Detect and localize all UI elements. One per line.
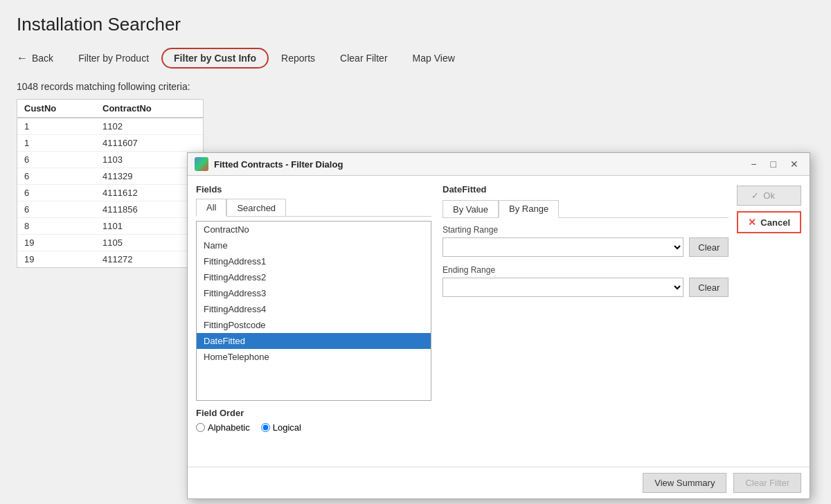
radio-alphabetic-input[interactable] <box>196 423 205 432</box>
ok-label: Ok <box>763 190 775 201</box>
table-row[interactable]: 11102 <box>17 118 203 135</box>
radio-logical-input[interactable] <box>261 423 270 432</box>
list-item[interactable]: HomeTelephone <box>197 349 431 365</box>
dialog-app-icon <box>195 157 208 171</box>
view-summary-button[interactable]: View Summary <box>643 473 726 493</box>
list-item[interactable]: Name <box>197 237 431 253</box>
table-cell: 6 <box>17 168 96 185</box>
starting-range-select[interactable] <box>443 237 683 257</box>
filter-by-product-button[interactable]: Filter by Product <box>66 48 161 68</box>
tab-by-value[interactable]: By Value <box>443 200 499 217</box>
ending-range-label: Ending Range <box>443 265 729 275</box>
table-cell: 6 <box>17 201 96 218</box>
cancel-label: Cancel <box>760 217 790 228</box>
list-item[interactable]: ContractNo <box>197 222 431 237</box>
table-cell: 4111607 <box>96 135 203 152</box>
starting-range-clear-button[interactable]: Clear <box>689 237 729 257</box>
fields-label: Fields <box>196 184 431 195</box>
clear-filter-button[interactable]: Clear Filter <box>328 48 400 68</box>
back-button[interactable]: ← Back <box>17 48 66 69</box>
table-cell: 1 <box>17 118 96 135</box>
table-row[interactable]: 14111607 <box>17 135 203 152</box>
tab-by-range[interactable]: By Range <box>499 200 559 218</box>
tab-all[interactable]: All <box>196 199 226 217</box>
dialog-body: Fields All Searched ContractNoNameFittin… <box>188 176 810 467</box>
table-row[interactable]: 19411272 <box>17 251 203 268</box>
table-cell: 1 <box>17 135 96 152</box>
records-info: 1048 records matching following criteria… <box>17 81 814 92</box>
field-order-radio-group: Alphabetic Logical <box>196 422 431 433</box>
table-row[interactable]: 6411329 <box>17 168 203 185</box>
table-cell: 1102 <box>96 118 203 135</box>
right-panel: DateFitted By Value By Range Starting Ra… <box>443 184 801 458</box>
radio-logical[interactable]: Logical <box>261 422 301 433</box>
field-order-section: Field Order Alphabetic Logical <box>196 408 431 433</box>
ending-range-row: Clear <box>443 278 729 297</box>
table-cell: 19 <box>17 235 96 251</box>
filter-section: DateFitted By Value By Range Starting Ra… <box>443 184 729 305</box>
col-custno: CustNo <box>17 100 96 118</box>
dialog-maximize-button[interactable]: □ <box>767 157 780 171</box>
list-item[interactable]: FittingAddress4 <box>197 301 431 317</box>
range-tabs: By Value By Range <box>443 200 729 218</box>
back-label: Back <box>32 53 53 64</box>
list-item[interactable]: FittingAddress2 <box>197 269 431 285</box>
table-cell: 8 <box>17 218 96 235</box>
starting-range-row: Clear <box>443 237 729 257</box>
map-view-button[interactable]: Map View <box>400 48 467 68</box>
reports-button[interactable]: Reports <box>269 48 328 68</box>
main-area: Installation Searcher ← Back Filter by P… <box>0 0 831 268</box>
list-item[interactable]: FittingPostcode <box>197 317 431 333</box>
left-panel: Fields All Searched ContractNoNameFittin… <box>196 184 431 458</box>
list-item[interactable]: DateFitted <box>197 333 431 349</box>
radio-alphabetic-label: Alphabetic <box>208 422 250 433</box>
radio-alphabetic[interactable]: Alphabetic <box>196 422 250 433</box>
toolbar: ← Back Filter by Product Filter by Cust … <box>17 48 814 69</box>
ending-range-clear-button[interactable]: Clear <box>689 278 729 297</box>
x-icon: ✕ <box>748 217 756 228</box>
dialog-title: Fitted Contracts - Filter Dialog <box>214 159 741 170</box>
col-contractno: ContractNo <box>96 100 203 118</box>
table-cell: 6 <box>17 152 96 168</box>
tab-searched[interactable]: Searched <box>226 199 286 216</box>
action-buttons: ✓ Ok ✕ Cancel <box>737 186 801 233</box>
table-row[interactable]: 64111856 <box>17 201 203 218</box>
ending-range-select[interactable] <box>443 278 683 297</box>
app-title: Installation Searcher <box>17 14 814 35</box>
cancel-button[interactable]: ✕ Cancel <box>737 211 801 233</box>
ok-button[interactable]: ✓ Ok <box>737 186 801 206</box>
dialog-clear-filter-button[interactable]: Clear Filter <box>733 473 801 493</box>
table-cell: 6 <box>17 185 96 201</box>
dialog-footer: View Summary Clear Filter <box>188 467 810 498</box>
filter-by-cust-info-button[interactable]: Filter by Cust Info <box>161 48 269 69</box>
data-table: CustNo ContractNo 1110214111607611036411… <box>17 100 203 267</box>
list-item[interactable]: FittingAddress1 <box>197 253 431 269</box>
table-row[interactable]: 64111612 <box>17 185 203 201</box>
list-item[interactable]: FittingAddress3 <box>197 285 431 301</box>
fields-tabs: All Searched <box>196 199 431 217</box>
table-row[interactable]: 81101 <box>17 218 203 235</box>
field-order-label: Field Order <box>196 408 431 418</box>
dialog-close-button[interactable]: ✕ <box>786 157 803 171</box>
fields-listbox[interactable]: ContractNoNameFittingAddress1FittingAddr… <box>196 221 431 401</box>
table-cell: 19 <box>17 251 96 268</box>
table-row[interactable]: 61103 <box>17 152 203 168</box>
table-row[interactable]: 191105 <box>17 235 203 251</box>
filter-section-title: DateFitted <box>443 184 729 195</box>
back-arrow-icon: ← <box>17 52 28 64</box>
dialog-titlebar: Fitted Contracts - Filter Dialog − □ ✕ <box>188 153 810 176</box>
data-table-container: CustNo ContractNo 1110214111607611036411… <box>17 99 204 268</box>
radio-logical-label: Logical <box>273 422 301 433</box>
dialog-minimize-button[interactable]: − <box>747 157 760 171</box>
checkmark-icon: ✓ <box>751 190 759 201</box>
filter-dialog: Fitted Contracts - Filter Dialog − □ ✕ F… <box>187 152 810 499</box>
right-top: DateFitted By Value By Range Starting Ra… <box>443 184 801 305</box>
starting-range-label: Starting Range <box>443 225 729 235</box>
